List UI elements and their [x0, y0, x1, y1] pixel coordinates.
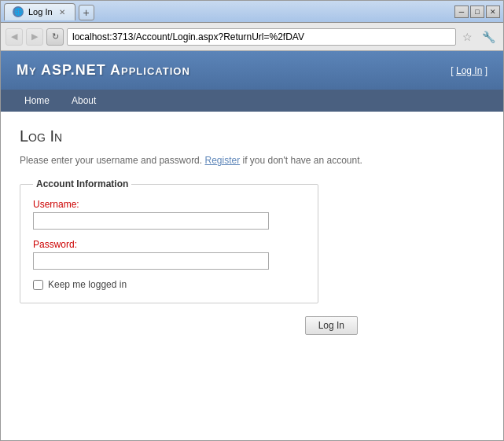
tab-area: 🌐 Log In ✕ +: [4, 3, 454, 20]
username-group: Username:: [33, 199, 305, 230]
wrench-icon[interactable]: 🔧: [479, 31, 498, 43]
nav-item-about[interactable]: About: [61, 90, 107, 112]
account-information-fieldset: Account Information Username: Password: …: [20, 178, 318, 303]
browser-window: 🌐 Log In ✕ + ─ □ ✕ ◀ ▶ ↻ ☆ 🔧 My ASP.NET …: [0, 0, 504, 441]
instructions-text: Please enter your username and password.…: [20, 155, 484, 166]
refresh-button[interactable]: ↻: [46, 28, 64, 46]
minimize-button[interactable]: ─: [454, 6, 469, 18]
password-label: Password:: [33, 239, 305, 250]
login-bracket-open: [: [451, 65, 456, 76]
forward-button[interactable]: ▶: [26, 28, 43, 46]
login-button-row: Log In: [20, 316, 358, 335]
password-group: Password:: [33, 239, 305, 270]
tab-close-button[interactable]: ✕: [57, 8, 67, 17]
header-login-area: [ Log In ]: [451, 65, 487, 76]
page-content: My ASP.NET Application [ Log In ] Home A…: [1, 51, 503, 440]
back-button[interactable]: ◀: [6, 28, 23, 46]
instructions-prefix: Please enter your username and password.: [20, 155, 204, 166]
register-link[interactable]: Register: [204, 155, 240, 166]
app-header: My ASP.NET Application [ Log In ]: [1, 51, 503, 90]
nav-item-home[interactable]: Home: [13, 90, 61, 112]
new-tab-button[interactable]: +: [79, 5, 94, 20]
username-input[interactable]: [33, 212, 269, 230]
address-bar: ◀ ▶ ↻ ☆ 🔧: [1, 23, 503, 51]
navigation-bar: Home About: [1, 90, 503, 112]
maximize-button[interactable]: □: [470, 6, 484, 18]
fieldset-legend: Account Information: [33, 178, 131, 189]
keep-logged-in-label: Keep me logged in: [48, 279, 127, 290]
address-input[interactable]: [67, 28, 456, 46]
title-bar: 🌐 Log In ✕ + ─ □ ✕: [1, 1, 503, 23]
tab-title: Log In: [28, 7, 53, 17]
bookmark-star-icon[interactable]: ☆: [459, 31, 476, 43]
login-button[interactable]: Log In: [305, 316, 358, 335]
close-button[interactable]: ✕: [486, 6, 500, 18]
login-bracket-close: ]: [482, 65, 487, 76]
instructions-suffix: if you don't have an account.: [240, 155, 362, 166]
keep-logged-in-checkbox[interactable]: [33, 280, 43, 290]
password-input[interactable]: [33, 252, 269, 270]
main-content: Log In Please enter your username and pa…: [1, 112, 503, 351]
username-label: Username:: [33, 199, 305, 210]
page-title: Log In: [20, 127, 484, 145]
browser-tab[interactable]: 🌐 Log In ✕: [4, 3, 75, 20]
app-title: My ASP.NET Application: [17, 62, 190, 79]
keep-logged-in-group: Keep me logged in: [33, 279, 305, 290]
tab-favicon: 🌐: [13, 6, 24, 17]
window-controls: ─ □ ✕: [454, 6, 500, 18]
header-login-link[interactable]: Log In: [456, 65, 482, 76]
